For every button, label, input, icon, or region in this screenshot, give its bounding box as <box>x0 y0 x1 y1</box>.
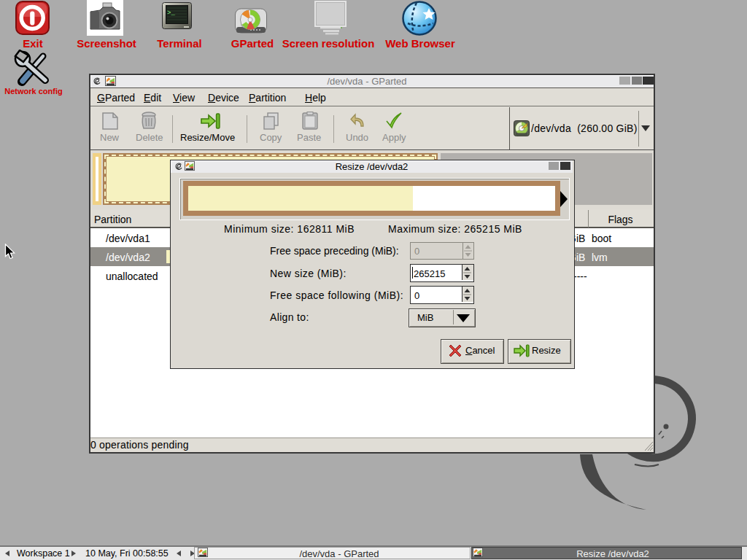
svg-text:>_: >_ <box>167 9 175 17</box>
